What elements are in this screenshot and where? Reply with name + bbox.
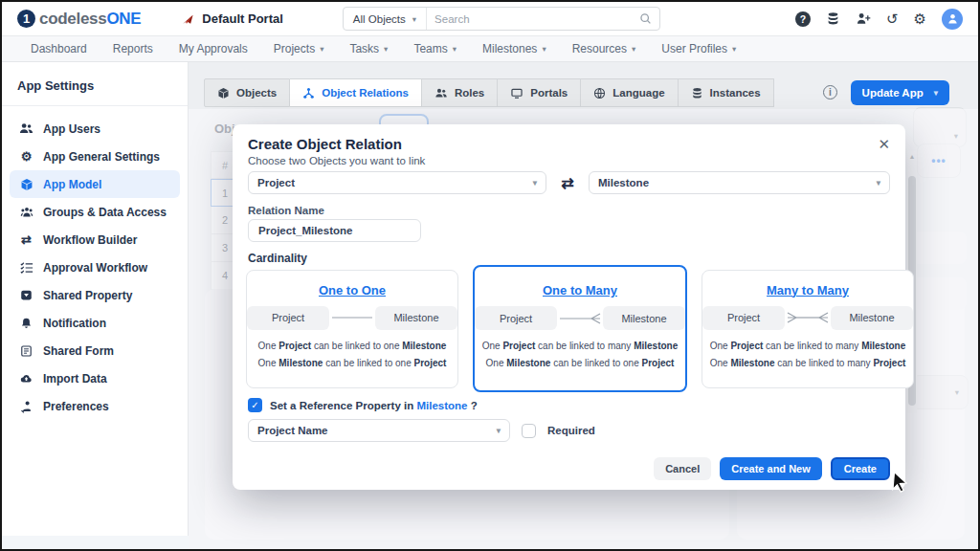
right-object-select[interactable]: Milestone ▾ [589, 171, 890, 194]
nav-user-profiles[interactable]: User Profiles▾ [661, 42, 736, 55]
nav-resources[interactable]: Resources▾ [572, 42, 636, 55]
chevron-down-icon: ▾ [533, 178, 537, 187]
object-pill: Milestone [603, 306, 685, 330]
object-name: Project [413, 358, 446, 368]
sidebar-item-workflow-builder[interactable]: ⇄ Workflow Builder [10, 226, 180, 253]
object-name: Milestone [506, 358, 550, 368]
card-title-link[interactable]: One to One [319, 283, 386, 298]
sidebar-item-app-general-settings[interactable]: ⚙ App General Settings [10, 143, 180, 170]
tab-portals[interactable]: Portals [498, 78, 581, 107]
group-icon [18, 206, 34, 219]
sidebar-item-groups-data-access[interactable]: Groups & Data Access [10, 198, 180, 226]
card-description: One Milestone can be linked to one Proje… [258, 358, 447, 368]
history-icon[interactable]: ↺ [886, 11, 899, 26]
info-icon[interactable]: i [823, 85, 837, 99]
swap-objects-icon[interactable]: ⇄ [546, 174, 589, 192]
object-name: Milestone [634, 341, 678, 351]
card-description: One Project can be linked to many Milest… [482, 341, 679, 351]
object-name: Milestone [278, 358, 323, 368]
main-nav: Dashboard Reports My Approvals Projects▾… [2, 36, 978, 62]
tab-instances[interactable]: Instances [679, 78, 774, 107]
monitor-icon [510, 87, 523, 99]
tab-language[interactable]: Language [581, 78, 678, 107]
relation-diagram: Project Milestone [247, 306, 457, 330]
cube-icon [217, 87, 230, 99]
nav-projects[interactable]: Projects▾ [274, 42, 324, 55]
relation-name-input[interactable] [248, 219, 421, 242]
create-button[interactable]: Create [831, 457, 890, 480]
logo-circle-icon: 1 [17, 10, 35, 28]
sidebar-item-shared-form[interactable]: Shared Form [10, 337, 180, 364]
tab-roles[interactable]: Roles [422, 78, 498, 107]
database-icon [691, 87, 703, 99]
reference-property-select[interactable]: Project Name ▾ [248, 419, 510, 442]
sidebar-item-approval-workflow[interactable]: Approval Workflow [10, 253, 180, 281]
tab-object-relations[interactable]: Object Relations [290, 78, 422, 107]
nav-milestones[interactable]: Milestones▾ [482, 42, 546, 55]
object-pair-row: Project ▾ ⇄ Milestone ▾ [248, 171, 890, 194]
sidebar-item-app-model[interactable]: App Model [10, 170, 180, 198]
required-checkbox[interactable] [522, 424, 536, 438]
mouse-cursor [891, 471, 910, 493]
nav-reports[interactable]: Reports [113, 42, 153, 55]
cardinality-card-many-to-many[interactable]: Many to Many Project Milestone One Proje… [702, 270, 914, 388]
help-icon[interactable]: ? [795, 11, 811, 27]
sidebar-item-shared-property[interactable]: Shared Property [10, 281, 180, 309]
chevron-down-icon: ▾ [632, 44, 635, 54]
card-title-link[interactable]: One to Many [543, 283, 617, 298]
global-search: All Objects ▾ [343, 7, 660, 31]
cube-icon [18, 178, 34, 191]
globe-icon [593, 87, 606, 99]
cardinality-card-one-to-one[interactable]: One to One Project Milestone One Project… [246, 270, 458, 388]
object-pill: Project [247, 306, 329, 330]
update-app-button[interactable]: Update App ▾ [851, 80, 949, 105]
object-name: Milestone [416, 400, 467, 411]
object-name: Milestone [861, 341, 905, 351]
portal-name: Default Portal [202, 11, 283, 26]
app-settings-sidebar: App Settings App Users ⚙ App General Set… [2, 62, 189, 536]
add-user-icon[interactable] [856, 11, 871, 26]
card-description: One Milestone can be linked to many Proj… [710, 358, 906, 368]
gear-icon[interactable]: ⚙ [914, 11, 926, 26]
user-avatar[interactable] [942, 9, 963, 30]
header-actions: ? ↺ ⚙ [795, 9, 963, 30]
card-description: One Project can be linked to many Milest… [710, 341, 906, 351]
chevron-down-icon: ▾ [320, 44, 323, 54]
cancel-button[interactable]: Cancel [654, 457, 711, 480]
nav-dashboard[interactable]: Dashboard [31, 42, 87, 55]
object-name: Project [278, 341, 311, 351]
sidebar-item-import-data[interactable]: Import Data [10, 364, 180, 392]
chevron-down-icon: ▾ [384, 44, 388, 54]
sidebar-item-preferences[interactable]: Preferences [10, 392, 180, 420]
close-icon[interactable]: ✕ [878, 137, 890, 151]
object-name: Project [641, 358, 674, 368]
tab-objects[interactable]: Objects [204, 78, 290, 107]
cardinality-card-one-to-many[interactable]: One to Many Project Milestone One Projec… [473, 265, 687, 392]
nav-my-approvals[interactable]: My Approvals [179, 42, 248, 55]
left-object-select[interactable]: Project ▾ [248, 171, 546, 194]
workflow-icon: ⇄ [18, 233, 34, 246]
relation-diagram: Project Milestone [475, 306, 685, 330]
create-object-relation-modal: Create Object Relation Choose two Object… [233, 124, 905, 490]
object-name: Project [502, 341, 535, 351]
create-and-new-button[interactable]: Create and New [720, 457, 822, 480]
chevron-down-icon: ▾ [542, 44, 546, 54]
one-to-one-connector [330, 311, 374, 324]
one-to-many-connector [558, 312, 602, 325]
chevron-down-icon: ▾ [877, 178, 880, 187]
portal-selector[interactable]: Default Portal [181, 11, 283, 26]
nav-tasks[interactable]: Tasks▾ [349, 42, 388, 55]
sidebar-item-app-users[interactable]: App Users [10, 115, 180, 143]
reference-property-checkbox[interactable]: ✓ [248, 398, 262, 412]
card-description: One Milestone can be linked to one Proje… [486, 358, 675, 368]
nav-teams[interactable]: Teams▾ [413, 42, 457, 55]
search-input[interactable] [427, 13, 639, 25]
search-scope-dropdown[interactable]: All Objects ▾ [344, 8, 427, 30]
modal-footer: Cancel Create and New Create [654, 457, 890, 480]
reference-property-label: Set a Reference Property in Milestone ? [270, 400, 478, 411]
app-logo[interactable]: 1 codelessONE [17, 10, 141, 29]
checklist-icon [18, 261, 34, 275]
card-title-link[interactable]: Many to Many [767, 283, 849, 298]
sidebar-item-notification[interactable]: Notification [10, 309, 180, 337]
database-icon[interactable] [826, 11, 840, 26]
